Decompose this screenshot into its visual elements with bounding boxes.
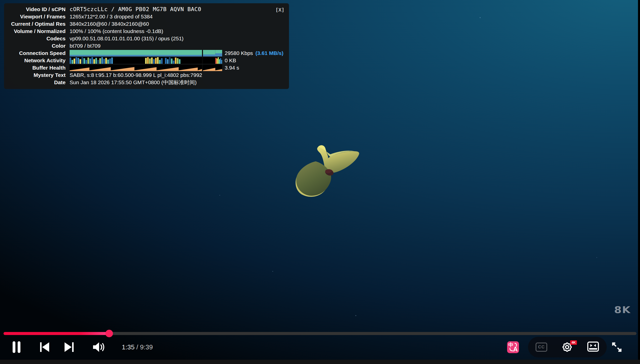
stats-value: 3.94 s [70, 64, 239, 71]
captions-button[interactable]: CC [536, 343, 547, 352]
8k-watermark: 8K [614, 305, 631, 315]
stats-label: Volume / Normalized [4, 27, 66, 35]
light-particle [480, 17, 481, 18]
stats-label: Date [4, 79, 66, 86]
progress-played [4, 332, 109, 335]
stats-value: 3840x2160@60 / 3840x2160@60 [70, 20, 149, 27]
miniplayer-icon [587, 341, 599, 352]
time-separator: / [135, 343, 140, 351]
connection-sparkline [70, 50, 222, 56]
stats-row: Connection Speed29580 Kbps(3.61 MB/s) [4, 49, 289, 57]
control-bar: 1:35 / 9:39 中 A CC 4K [0, 338, 640, 356]
cc-icon: CC [538, 345, 545, 350]
stats-rows: Video ID / sCPNcORT5czcLLc / AM0G PB02 M… [4, 6, 289, 86]
pause-button[interactable] [10, 340, 24, 355]
volume-icon [92, 341, 105, 353]
stats-row: Codecsvp09.00.51.08.01.01.01.01.00 (315)… [4, 35, 289, 42]
stats-value: Sun Jan 18 2026 17:55:50 GMT+0800 (中国标准时… [70, 79, 197, 86]
volume-button[interactable] [91, 340, 105, 355]
stats-row: Viewport / Frames1265x712*2.00 / 3 dropp… [4, 13, 289, 20]
time-current: 1:35 [122, 343, 135, 351]
progress-bar[interactable] [4, 332, 636, 335]
stats-label: Current / Optimal Res [4, 20, 66, 27]
previous-icon [39, 341, 50, 353]
quality-badge: 4K [570, 340, 577, 345]
stats-value: SABR, s:8 t:95.17 b:60.500-98.999 L pl_i… [70, 71, 202, 79]
auto-translate-button[interactable]: 中 A [507, 341, 519, 353]
time-display: 1:35 / 9:39 [122, 343, 153, 351]
stats-value: 0 KB [70, 57, 236, 64]
fullscreen-button[interactable] [610, 340, 624, 355]
stats-label: Viewport / Frames [4, 13, 66, 20]
light-particle [355, 315, 356, 316]
page-background-strip [0, 360, 640, 364]
floating-seed-illustration [287, 140, 366, 199]
progress-scrubber[interactable] [105, 330, 113, 337]
stats-value: cORT5czcLLc / AM0G PB02 MG7B AQVN BAC0 [70, 6, 201, 13]
stats-label: Network Activity [4, 57, 66, 64]
network-sparkline [70, 57, 222, 64]
light-particle [596, 257, 597, 258]
stats-row: Buffer Health3.94 s [4, 64, 289, 71]
buffer-sparkline [70, 65, 222, 71]
stats-value: vp09.00.51.08.01.01.01.01.00 (315) / opu… [70, 35, 184, 42]
stats-label: Buffer Health [4, 64, 66, 71]
stats-row: Volume / Normalized100% / 100% (content … [4, 27, 289, 35]
time-duration: 9:39 [140, 343, 153, 351]
controls-pill: CC 4K [528, 337, 607, 357]
next-button[interactable] [62, 340, 76, 355]
stats-row: Video ID / sCPNcORT5czcLLc / AM0G PB02 M… [4, 6, 289, 13]
stats-value: 29580 Kbps(3.61 MB/s) [70, 49, 283, 57]
stats-row: Network Activity0 KB [4, 57, 289, 64]
stats-row: Current / Optimal Res3840x2160@60 / 3840… [4, 20, 289, 27]
fullscreen-icon [611, 341, 623, 353]
stats-label: Connection Speed [4, 49, 66, 57]
light-particle [219, 195, 220, 196]
stats-label: Mystery Text [4, 71, 66, 79]
close-icon[interactable]: [X] [275, 7, 284, 13]
pause-icon [13, 341, 21, 353]
previous-button[interactable] [38, 340, 52, 355]
translate-a-glyph: A [513, 346, 518, 353]
stats-value: 1265x712*2.00 / 3 dropped of 5384 [70, 13, 153, 20]
stats-for-nerds-panel: Video ID / sCPNcORT5czcLLc / AM0G PB02 M… [4, 3, 289, 89]
stats-label: Video ID / sCPN [4, 6, 66, 13]
stats-row: DateSun Jan 18 2026 17:55:50 GMT+0800 (中… [4, 79, 289, 86]
settings-button[interactable]: 4K [561, 341, 573, 353]
youtube-player: Video ID / sCPNcORT5czcLLc / AM0G PB02 M… [0, 0, 640, 364]
stats-value: 100% / 100% (content loudness -0.1dB) [70, 27, 163, 35]
stats-label: Codecs [4, 35, 66, 42]
stats-value: bt709 / bt709 [70, 42, 101, 49]
stats-row: Mystery TextSABR, s:8 t:95.17 b:60.500-9… [4, 71, 289, 79]
stats-label: Color [4, 42, 66, 49]
light-particle [272, 271, 273, 272]
stats-row: Colorbt709 / bt709 [4, 42, 289, 49]
stats-extra: (3.61 MB/s) [255, 49, 283, 57]
next-icon [64, 341, 75, 353]
miniplayer-button[interactable] [587, 341, 599, 353]
